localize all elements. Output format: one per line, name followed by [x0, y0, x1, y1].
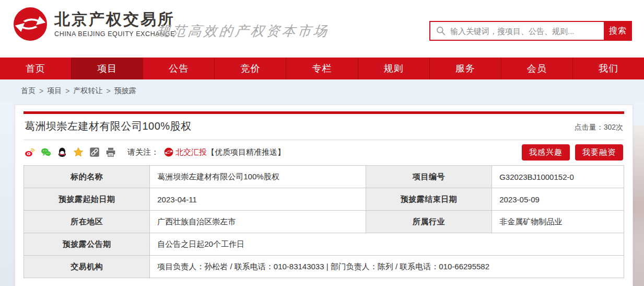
breadcrumb-projects[interactable]: 项目 [47, 86, 62, 96]
hit-counter: 点击量：302次 [575, 123, 623, 133]
brand-slogan: 规范高效的产权资本市场 [156, 22, 330, 40]
nav-item-projects[interactable]: 项目 [71, 58, 143, 79]
brand[interactable]: 北京产权交易所 CHINA BEIJING EQUITY EXCHANGE [13, 6, 175, 42]
bjex-logo-icon [13, 6, 48, 42]
qq-icon[interactable] [57, 147, 67, 157]
table-row-agency: 交易机构 项目负责人：孙松岩 / 联系电话：010-83143033 | 部门负… [24, 256, 624, 278]
breadcrumb-home[interactable]: 首页 [21, 86, 36, 96]
breadcrumb: 首页 > 项目 > 产权转让 > 预披露 [0, 79, 644, 102]
label-subject-name: 标的名称 [24, 166, 150, 188]
table-row-notice-period: 预披露公告期 自公告之日起20个工作日 [24, 233, 624, 256]
value-end-date: 2023-05-09 [492, 188, 624, 211]
breadcrumb-separator: > [39, 87, 43, 95]
table-row-subject: 标的名称 葛洲坝崇左建材有限公司100%股权 项目编号 G32023BJ1000… [24, 166, 624, 188]
print-icon[interactable] [106, 147, 116, 157]
project-detail-card: 葛洲坝崇左建材有限公司100%股权 点击量：302次 [15, 105, 633, 286]
breadcrumb-predisclosure[interactable]: 预披露 [114, 86, 136, 96]
interested-button[interactable]: 我感兴趣 [522, 144, 570, 161]
breadcrumb-separator: > [65, 87, 69, 95]
follow-account-link[interactable]: 北交汇投 [175, 147, 207, 157]
search-button[interactable]: 搜索 [604, 21, 632, 41]
bjex-mini-logo-icon [164, 147, 173, 157]
label-notice-period: 预披露公告期 [24, 233, 150, 256]
value-agency-contacts: 项目负责人：孙松岩 / 联系电话：010-83143033 | 部门负责人：陈列… [150, 256, 624, 278]
nav-item-rules[interactable]: 规则 [358, 58, 429, 79]
share-icons [25, 147, 116, 157]
label-agency: 交易机构 [24, 256, 150, 278]
breadcrumb-equity-transfer[interactable]: 产权转让 [73, 86, 102, 96]
wechat-icon[interactable] [41, 147, 51, 157]
nav-item-home[interactable]: 首页 [0, 58, 71, 79]
action-buttons: 我感兴趣 我要融资 [522, 144, 623, 161]
table-row-dates: 预披露起始日期 2023-04-11 预披露结束日期 2023-05-09 [24, 188, 624, 211]
label-industry: 所属行业 [366, 211, 491, 233]
value-notice-period: 自公告之日起20个工作日 [150, 233, 624, 256]
nav-item-services[interactable]: 服务 [429, 58, 501, 79]
search-input[interactable] [450, 22, 604, 40]
nav-item-members[interactable]: 会员 [501, 58, 572, 79]
search-icon [436, 26, 446, 36]
value-project-number: G32023BJ1000152-0 [492, 166, 624, 188]
financing-button[interactable]: 我要融资 [575, 144, 623, 161]
main-nav: 首页 项目 公告 竞价 专栏 规则 服务 会员 我们 [0, 58, 644, 79]
hit-counter-label: 点击量： [575, 123, 604, 131]
label-region: 所在地区 [24, 211, 150, 233]
title-row: 葛洲坝崇左建材有限公司100%股权 点击量：302次 [24, 114, 624, 140]
project-info-table: 标的名称 葛洲坝崇左建材有限公司100%股权 项目编号 G32023BJ1000… [24, 165, 624, 278]
search-box: 搜索 [429, 21, 632, 41]
label-end-date: 预披露结束日期 [366, 188, 491, 211]
background-photo-strip [633, 125, 644, 286]
actions-row: 请关注： 北交汇投 【优质项目精准推送】 我感兴趣 我要融资 [24, 140, 624, 164]
nav-item-bidding[interactable]: 竞价 [214, 58, 286, 79]
follow-prefix: 请关注： [127, 147, 159, 157]
hit-counter-value: 302次 [604, 123, 623, 131]
page-title: 葛洲坝崇左建材有限公司100%股权 [25, 119, 192, 133]
nav-item-about[interactable]: 我们 [572, 58, 644, 79]
follow-suffix: 【优质项目精准推送】 [207, 147, 285, 157]
value-industry: 非金属矿物制品业 [492, 211, 624, 233]
copy-link-icon[interactable] [89, 147, 100, 157]
weibo-icon[interactable] [25, 147, 35, 157]
label-start-date: 预披露起始日期 [24, 188, 150, 211]
site-header: 北京产权交易所 CHINA BEIJING EQUITY EXCHANGE 规范… [0, 0, 644, 58]
value-start-date: 2023-04-11 [150, 188, 366, 211]
nav-item-columns[interactable]: 专栏 [286, 58, 357, 79]
value-region: 广西壮族自治区崇左市 [150, 211, 366, 233]
favorite-star-icon[interactable] [73, 147, 84, 157]
follow-notice: 请关注： 北交汇投 【优质项目精准推送】 [127, 147, 285, 157]
value-subject-name: 葛洲坝崇左建材有限公司100%股权 [150, 166, 366, 188]
label-project-number: 项目编号 [366, 166, 491, 188]
table-row-region-industry: 所在地区 广西壮族自治区崇左市 所属行业 非金属矿物制品业 [24, 211, 624, 233]
breadcrumb-separator: > [106, 87, 110, 95]
nav-item-announcements[interactable]: 公告 [143, 58, 214, 79]
